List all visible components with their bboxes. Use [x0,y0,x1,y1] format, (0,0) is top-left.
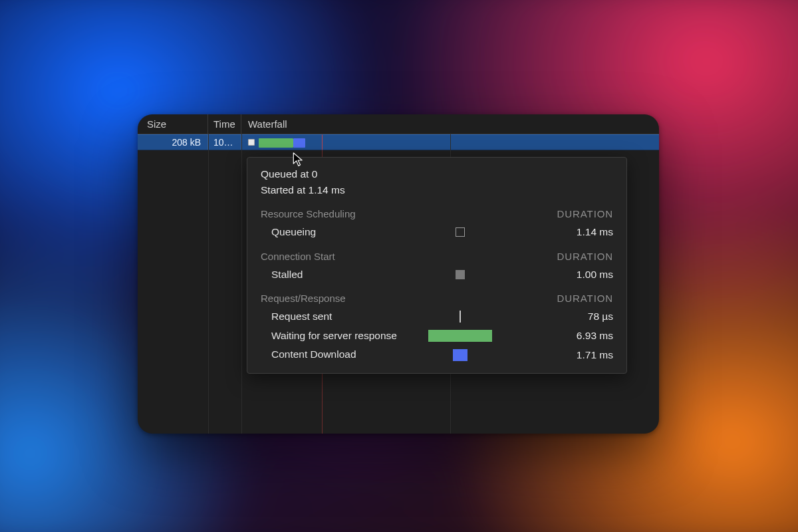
timing-value: 78 µs [520,311,613,323]
timing-value: 6.93 ms [520,330,613,342]
waterfall-load-marker [322,135,323,150]
timing-item-waiting: Waiting for server response 6.93 ms [261,330,613,342]
queueing-swatch-icon [456,227,465,237]
cell-waterfall[interactable] [241,135,659,150]
section-title: Resource Scheduling [261,208,356,219]
request-sent-swatch-icon [460,311,461,323]
timing-value: 1.71 ms [520,349,613,361]
waterfall-content-segment [293,138,305,148]
stalled-swatch-icon [456,270,465,279]
column-header-size[interactable]: Size [138,114,208,134]
timing-item-content-download: Content Download 1.71 ms [261,348,613,361]
tooltip-queued-at: Queued at 0 [261,168,613,180]
timing-tooltip: Queued at 0 Started at 1.14 ms Resource … [247,157,627,374]
timing-value: 1.14 ms [520,226,613,238]
waiting-swatch-icon [428,330,492,342]
cell-time: 10… [208,135,241,150]
timing-item-queueing: Queueing 1.14 ms [261,226,613,239]
waterfall-waiting-segment [259,138,293,148]
section-resource-scheduling: Resource Scheduling DURATION [261,208,613,219]
tooltip-started-at: Started at 1.14 ms [261,184,613,196]
content-download-swatch-icon [453,349,467,361]
timing-label: Content Download [261,348,400,361]
section-request-response: Request/Response DURATION [261,293,613,304]
column-header-waterfall[interactable]: Waterfall [241,114,659,134]
network-request-row-selected[interactable]: 208 kB 10… [138,134,659,150]
duration-header: DURATION [557,251,613,262]
duration-header: DURATION [557,293,613,304]
timing-item-stalled: Stalled 1.00 ms [261,269,613,281]
duration-header: DURATION [557,208,613,219]
column-header-time[interactable]: Time [208,114,241,134]
timing-label: Queueing [261,226,400,239]
section-title: Request/Response [261,293,346,304]
cell-size: 208 kB [138,135,208,150]
timing-value: 1.00 ms [520,269,613,281]
section-connection-start: Connection Start DURATION [261,251,613,262]
timing-label: Waiting for server response [261,330,400,342]
waterfall-queue-segment [248,139,255,146]
timing-item-request-sent: Request sent 78 µs [261,311,613,323]
section-title: Connection Start [261,251,335,262]
timing-label: Request sent [261,311,400,323]
column-header-row: Size Time Waterfall [138,114,659,134]
devtools-network-panel: Size Time Waterfall 208 kB 10… Queued at… [138,114,659,434]
timing-label: Stalled [261,269,400,281]
network-table-body: 208 kB 10… Queued at 0 Started at 1.14 m… [138,134,659,434]
